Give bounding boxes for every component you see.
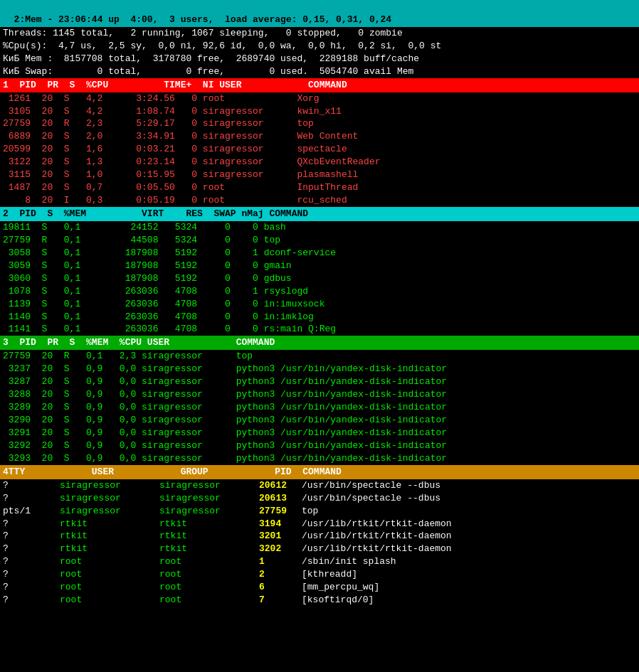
table-row: 27759 20 R 0,1 2,3 siragressor top bbox=[0, 350, 639, 363]
table-row: 20599 20 S 1,6 0:03.21 0 siragressor spe… bbox=[0, 143, 639, 156]
table-row: 3115 20 S 1,0 0:15.95 0 siragressor plas… bbox=[0, 169, 639, 181]
section4-rows: ?siragressorsiragressor20612/usr/bin/spe… bbox=[0, 479, 639, 607]
table-row: ?rootroot6[mm_percpu_wq] bbox=[0, 581, 639, 594]
table-row: 1141 S 0,1 263036 4708 0 0 rs:main Q:Reg bbox=[0, 323, 639, 336]
table-row: 1487 20 S 0,7 0:05.50 0 root InputThread bbox=[0, 181, 639, 194]
table-row: pts/1siragressorsiragressor27759top bbox=[0, 505, 639, 518]
swap-line: КиБ Swap: 0 total, 0 free, 0 used. 50547… bbox=[3, 65, 636, 78]
section4-header: 4TTY USER GROUP PID COMMAND bbox=[0, 465, 639, 479]
section2-header: 2 PID S %MEM VIRT RES SWAP nMaj COMMAND bbox=[0, 207, 639, 221]
section2-rows: 19811 S 0,1 24152 5324 0 0 bash 27759 R … bbox=[0, 221, 639, 336]
table-row: 19811 S 0,1 24152 5324 0 0 bash bbox=[0, 221, 639, 234]
table-row: 1078 S 0,1 263036 4708 0 1 rsyslogd bbox=[0, 285, 639, 298]
table-row: ?rtkitrtkit3201/usr/lib/rtkit/rtkit-daem… bbox=[0, 530, 639, 543]
table-row: 3105 20 S 4,2 1:08.74 0 siragressor kwin… bbox=[0, 105, 639, 118]
table-row: 1261 20 S 4,2 3:24.56 0 root Xorg bbox=[0, 92, 639, 105]
table-row: 27759 20 R 2,3 5:29.17 0 siragressor top bbox=[0, 117, 639, 130]
section3-rows: 27759 20 R 0,1 2,3 siragressor top 3237 … bbox=[0, 350, 639, 464]
table-row: 3289 20 S 0,9 0,0 siragressor python3 /u… bbox=[0, 401, 639, 414]
title-bar: 2:Mem - 23:06:44 up 4:00, 3 users, load … bbox=[0, 0, 639, 27]
table-row: ?siragressorsiragressor20612/usr/bin/spe… bbox=[0, 479, 639, 492]
table-row: ?rootroot1/sbin/init splash bbox=[0, 555, 639, 568]
cpu-line: %Cpu(s): 4,7 us, 2,5 sy, 0,0 ni, 92,6 id… bbox=[3, 40, 636, 53]
table-row: 3059 S 0,1 187908 5192 0 0 gmain bbox=[0, 260, 639, 272]
table-row: ?siragressorsiragressor20613/usr/bin/spe… bbox=[0, 492, 639, 505]
table-row: ?rtkitrtkit3194/usr/lib/rtkit/rtkit-daem… bbox=[0, 518, 639, 530]
table-row: 27759 R 0,1 44508 5324 0 0 top bbox=[0, 234, 639, 247]
title-rest: - 23:06:44 up 4:00, 3 users, load averag… bbox=[42, 14, 391, 25]
mem-line: КиБ Mem : 8157708 total, 3178780 free, 2… bbox=[3, 53, 636, 65]
section1-rows: 1261 20 S 4,2 3:24.56 0 root Xorg 3105 2… bbox=[0, 92, 639, 207]
table-row: 3291 20 S 0,9 0,0 siragressor python3 /u… bbox=[0, 427, 639, 439]
table-row: 1139 S 0,1 263036 4708 0 0 in:imuxsock bbox=[0, 298, 639, 311]
table-row: ?rootroot7[ksoftirqd/0] bbox=[0, 594, 639, 607]
table-row: 3237 20 S 0,9 0,0 siragressor python3 /u… bbox=[0, 363, 639, 375]
table-row: 3122 20 S 1,3 0:23.14 0 siragressor QXcb… bbox=[0, 156, 639, 169]
table-row: 1140 S 0,1 263036 4708 0 0 in:imklog bbox=[0, 311, 639, 324]
table-row: ?rtkitrtkit3202/usr/lib/rtkit/rtkit-daem… bbox=[0, 543, 639, 555]
table-row: 3288 20 S 0,9 0,0 siragressor python3 /u… bbox=[0, 388, 639, 401]
table-row: 3293 20 S 0,9 0,0 siragressor python3 /u… bbox=[0, 452, 639, 465]
header-section: Threads: 1145 total, 2 running, 1067 sle… bbox=[0, 27, 639, 78]
title-text: 2:Mem bbox=[14, 14, 42, 25]
table-row: 3060 S 0,1 187908 5192 0 0 gdbus bbox=[0, 272, 639, 285]
table-row: ?rootroot2[kthreadd] bbox=[0, 568, 639, 581]
table-row: 3290 20 S 0,9 0,0 siragressor python3 /u… bbox=[0, 414, 639, 427]
threads-line: Threads: 1145 total, 2 running, 1067 sle… bbox=[3, 27, 636, 40]
section3-header: 3 PID PR S %MEM %CPU USER COMMAND bbox=[0, 336, 639, 350]
table-row: 8 20 I 0,3 0:05.19 0 root rcu_sched bbox=[0, 194, 639, 207]
table-row: 3058 S 0,1 187908 5192 0 1 dconf-service bbox=[0, 247, 639, 260]
table-row: 6889 20 S 2,0 3:34.91 0 siragressor Web … bbox=[0, 130, 639, 143]
table-row: 3287 20 S 0,9 0,0 siragressor python3 /u… bbox=[0, 375, 639, 388]
table-row: 3292 20 S 0,9 0,0 siragressor python3 /u… bbox=[0, 439, 639, 452]
section1-header: 1 PID PR S %CPU TIME+ NI USER COMMAND bbox=[0, 78, 639, 92]
